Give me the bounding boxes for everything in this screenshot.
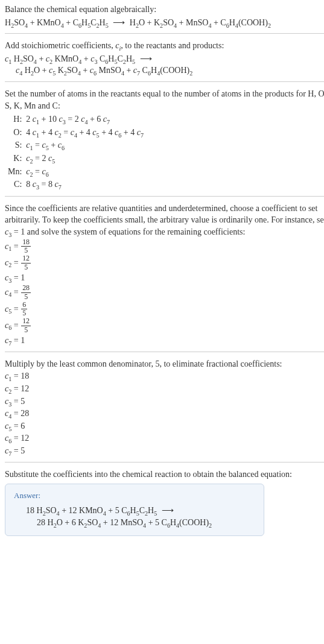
coef-line: c4 = 285: [5, 285, 324, 301]
atom-element: C:: [7, 178, 25, 191]
plus: +: [65, 518, 71, 527]
plus: +: [103, 518, 110, 527]
answer-title: Answer:: [14, 490, 255, 501]
coef-line: c5 = 6: [5, 420, 324, 432]
answer-body: 18 H2SO4 + 12 KMnO4 + 5 C6H5C2H5 ⟶ 28 H2…: [14, 505, 255, 528]
coef-line: c1 = 185: [5, 239, 324, 255]
stoich-term: c3 C6H5C2H5: [91, 54, 135, 63]
atoms-intro: Set the number of atoms in the reactants…: [5, 88, 324, 112]
table-row: Mn:c2 = c6: [7, 165, 147, 178]
separator: [5, 81, 324, 82]
stoich-reaction: c1 H2SO4 + c2 KMnO4 + c3 C6H5C2H5 ⟶ c4 H…: [5, 53, 324, 77]
fractional-coeffs: c1 = 185 c2 = 125 c3 = 1 c4 = 285 c5 = 6…: [5, 239, 324, 347]
answer-term: 5 C6H5C2H5: [115, 506, 157, 515]
answer-rhs-line: 28 H2O + 6 K2SO4 + 12 MnSO4 + 5 C6H4(COO…: [26, 518, 212, 527]
plain-rhs-2: MnSO4: [186, 18, 211, 27]
intro-section: Balance the chemical equation algebraica…: [5, 4, 324, 28]
integer-coeffs: c1 = 18 c2 = 12 c3 = 5 c4 = 28 c5 = 6 c6…: [5, 370, 324, 456]
intro-text: Balance the chemical equation algebraica…: [5, 4, 324, 16]
coef-value: 1: [21, 336, 25, 345]
balanced-reaction: 18 H2SO4 + 12 KMnO4 + 5 C6H5C2H5 ⟶ 28 H2…: [26, 505, 255, 528]
table-row: K:c2 = 2 c5: [7, 152, 147, 165]
answer-term: 5 C6H4(COOH)2: [155, 518, 212, 527]
coef-line: c5 = 65: [5, 301, 324, 318]
stoich-rhs-line: c4 H2O + c5 K2SO4 + c6 MnSO4 + c7 C6H4(C…: [5, 66, 192, 75]
atom-element: K:: [7, 152, 25, 165]
answer-section: Substitute the coefficients into the che…: [5, 469, 324, 537]
plus: +: [30, 18, 37, 27]
reaction-arrow: ⟶: [110, 17, 127, 29]
atom-equation: c2 = 2 c5: [25, 152, 147, 165]
coef-value: 12: [21, 434, 29, 443]
atom-equation: c1 = c5 + c6: [25, 139, 147, 152]
plus: +: [179, 18, 186, 27]
stoich-term: c5 K2SO4: [49, 66, 81, 75]
coef-value: 6: [21, 421, 25, 431]
coef-value: 18: [21, 371, 29, 380]
plus: +: [42, 66, 49, 75]
atom-element: O:: [7, 126, 25, 139]
plus: +: [148, 518, 155, 527]
answer-term: 12 MnSO4: [110, 518, 146, 527]
coef-line: c4 = 28: [5, 408, 324, 420]
coef-line: c3 = 1: [5, 272, 324, 284]
fraction: 125: [21, 318, 31, 334]
separator: [5, 352, 324, 352]
coef-line: c7 = 1: [5, 335, 324, 347]
separator: [5, 196, 324, 197]
plain-lhs-1: KMnO4: [37, 18, 64, 27]
coef-line: c1 = 18: [5, 370, 324, 382]
plain-reaction: H2SO4 + KMnO4 + C6H5C2H5 ⟶ H2O + K2SO4 +…: [5, 17, 324, 29]
fraction: 185: [21, 239, 31, 255]
plus: +: [147, 18, 154, 27]
stoich-term: c2 KMnO4: [46, 54, 81, 63]
stoich-intro: Add stoichiometric coefficients, ci, to …: [5, 40, 324, 52]
atom-equation: 8 c3 = 8 c7: [25, 178, 147, 191]
coef-value: 1: [21, 273, 25, 282]
plus: +: [62, 506, 68, 515]
plus: +: [83, 66, 89, 75]
atom-equation: c2 = c6: [25, 165, 147, 178]
coef-value: 5: [21, 446, 25, 455]
coef-line: c3 = 5: [5, 396, 324, 408]
plain-lhs-2: C6H5C2H5: [73, 18, 109, 27]
coef-value: 5: [21, 397, 25, 406]
reaction-arrow: ⟶: [138, 53, 154, 65]
separator: [5, 462, 324, 462]
plus: +: [66, 18, 72, 27]
fraction: 65: [21, 301, 28, 318]
atom-element: Mn:: [7, 165, 25, 178]
stoich-term: c1 H2SO4: [5, 54, 37, 63]
reaction-arrow: ⟶: [159, 505, 176, 517]
plain-rhs-1: K2SO4: [154, 18, 177, 27]
coef-value: 28: [21, 409, 29, 418]
coef-line: c7 = 5: [5, 445, 324, 457]
table-row: C:8 c3 = 8 c7: [7, 178, 147, 191]
coef-line: c6 = 125: [5, 318, 324, 334]
coef-value: 12: [21, 384, 29, 393]
stoich-term: c7 C6H4(COOH)2: [133, 66, 192, 75]
lcd-intro: Multiply by the least common denominator…: [5, 358, 324, 370]
atoms-section: Set the number of atoms in the reactants…: [5, 88, 324, 191]
stoich-term: c6 MnSO4: [90, 66, 124, 75]
answer-term: 12 KMnO4: [69, 506, 106, 515]
fraction-section: Since the coefficients are relative quan…: [5, 203, 324, 347]
atom-element: H:: [7, 113, 25, 126]
plus: +: [126, 66, 133, 75]
answer-box: Answer: 18 H2SO4 + 12 KMnO4 + 5 C6H5C2H5…: [5, 484, 264, 536]
fraction: 285: [21, 285, 31, 301]
plain-lhs-0: H2SO4: [5, 18, 28, 27]
fraction: 125: [21, 255, 31, 271]
plus: +: [39, 54, 45, 63]
plain-rhs-0: H2O: [130, 18, 145, 27]
atoms-table: H:2 c1 + 10 c3 = 2 c4 + 6 c7 O:4 c1 + 4 …: [7, 113, 147, 191]
coef-line: c2 = 12: [5, 383, 324, 395]
integer-section: Multiply by the least common denominator…: [5, 358, 324, 457]
atom-equation: 2 c1 + 10 c3 = 2 c4 + 6 c7: [25, 113, 147, 126]
plus: +: [214, 18, 220, 27]
stoich-section: Add stoichiometric coefficients, ci, to …: [5, 40, 324, 77]
plus: +: [108, 506, 115, 515]
underdetermined-text: Since the coefficients are relative quan…: [5, 203, 324, 238]
plus: +: [84, 54, 91, 63]
answer-term: 18 H2SO4: [26, 506, 60, 515]
